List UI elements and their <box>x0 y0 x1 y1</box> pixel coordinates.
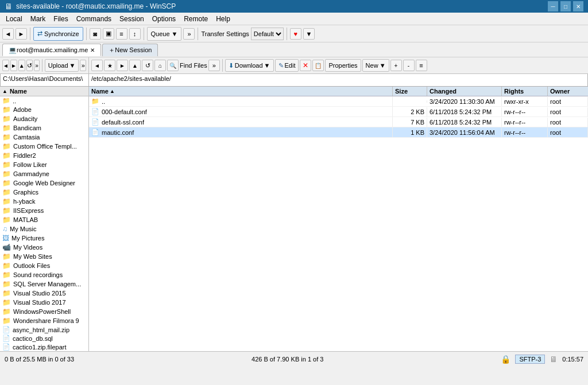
remote-find[interactable]: 🔍 <box>167 60 179 71</box>
tab-session1[interactable]: 💻 root@mautic.xmailing.me ✕ <box>2 44 101 56</box>
transfer-settings-select[interactable]: Default <box>251 28 284 40</box>
tab1-close[interactable]: ✕ <box>90 47 95 53</box>
table-row[interactable]: 📁 .. 3/24/2020 11:30:30 AM rwxr-xr-x roo… <box>89 96 588 107</box>
menu-mark[interactable]: Mark <box>27 14 49 24</box>
table-row[interactable]: 📄 mautic.conf 1 KB 3/24/2020 11:56:04 AM… <box>89 127 588 138</box>
table-row[interactable]: 📄 000-default.conf 2 KB 6/11/2018 5:24:3… <box>89 107 588 117</box>
menu-options[interactable]: Options <box>149 14 179 24</box>
bookmark-button[interactable]: ♥ <box>290 28 301 40</box>
header-rights[interactable]: Rights <box>502 87 548 96</box>
item-name: Graphics <box>13 189 38 196</box>
menu-commands[interactable]: Commands <box>73 14 115 24</box>
remote-home[interactable]: ⌂ <box>154 60 166 71</box>
item-name: Outlook Files <box>13 262 50 269</box>
tab1-icon: 💻 <box>9 46 17 54</box>
local-forward[interactable]: ► <box>10 60 17 71</box>
header-name[interactable]: Name ▲ <box>89 87 393 96</box>
queue-button[interactable]: Queue ▼ <box>147 27 182 41</box>
list-item[interactable]: 📁 Adobe <box>0 105 88 114</box>
list-item[interactable]: 📁 MATLAB <box>0 215 88 224</box>
properties-button[interactable]: Properties <box>325 59 361 72</box>
local-column-header[interactable]: ▲ Name <box>0 87 88 96</box>
list-item[interactable]: 📹 My Videos <box>0 243 88 252</box>
list-item[interactable]: 📁 IISExpress <box>0 206 88 215</box>
remote-bookmark[interactable]: ★ <box>104 60 115 71</box>
row-owner: root <box>548 107 588 116</box>
back-button[interactable]: ◄ <box>2 28 14 40</box>
list-item[interactable]: 📁 Wondershare Filmora 9 <box>0 316 88 325</box>
nav-btn-4[interactable]: ↕ <box>129 28 141 40</box>
local-back[interactable]: ◄ <box>2 60 9 71</box>
menu-help[interactable]: Help <box>212 14 234 24</box>
nav-btn-3[interactable]: ≡ <box>116 28 127 40</box>
remote-refresh[interactable]: ↺ <box>142 60 153 71</box>
upload-button[interactable]: Upload ▼ <box>45 59 79 72</box>
menu-session[interactable]: Session <box>116 14 148 24</box>
local-up[interactable]: ▲ <box>18 60 25 71</box>
menu-remote[interactable]: Remote <box>180 14 211 24</box>
remote-more2[interactable]: ≡ <box>416 60 427 71</box>
local-more[interactable]: » <box>34 60 40 71</box>
remote-collapse[interactable]: - <box>403 60 415 71</box>
list-item[interactable]: 📄 cactico_db.sql <box>0 334 88 343</box>
remote-more1[interactable]: » <box>208 60 220 71</box>
new-button[interactable]: New ▼ <box>362 59 389 72</box>
list-item[interactable]: 📄 async_html_mail.zip <box>0 325 88 334</box>
remote-back[interactable]: ◄ <box>91 60 103 71</box>
local-more2[interactable]: » <box>80 60 86 71</box>
settings-arrow[interactable]: ▼ <box>303 28 315 40</box>
remote-forward[interactable]: ► <box>117 60 128 71</box>
download-button[interactable]: ⬇ Download ▼ <box>225 59 274 72</box>
delete-button[interactable]: ✕ <box>300 60 311 71</box>
menu-files[interactable]: Files <box>50 14 71 24</box>
list-item[interactable]: 📁 Gammadyne <box>0 169 88 178</box>
local-refresh[interactable]: ↺ <box>26 60 33 71</box>
remote-btn2[interactable]: 📋 <box>312 60 324 71</box>
local-address-bar[interactable]: C:\Users\Hasan\Documents\ <box>0 74 89 87</box>
find-files-label: Find Files <box>180 62 207 69</box>
list-item[interactable]: 📁 My Web Sites <box>0 252 88 261</box>
table-row[interactable]: 📄 default-ssl.conf 7 KB 6/11/2018 5:24:3… <box>89 117 588 127</box>
list-item[interactable]: 📁 Bandicam <box>0 123 88 133</box>
list-item[interactable]: 📁 .. <box>0 96 88 105</box>
header-owner[interactable]: Owner <box>548 87 588 96</box>
list-item[interactable]: 📁 Audacity <box>0 114 88 123</box>
remote-expand[interactable]: + <box>390 60 402 71</box>
header-size[interactable]: Size <box>393 87 427 96</box>
list-item[interactable]: 📁 Custom Office Templ... <box>0 142 88 151</box>
list-item[interactable]: 📁 Visual Studio 2017 <box>0 298 88 307</box>
nav-btn-1[interactable]: ◙ <box>90 28 101 40</box>
list-item[interactable]: 📁 Follow Liker <box>0 160 88 169</box>
synchronize-button[interactable]: ⇄ Synchronize <box>33 27 83 41</box>
queue-more[interactable]: » <box>183 28 195 40</box>
minimize-button[interactable]: ─ <box>548 1 558 11</box>
list-item[interactable]: 📁 Graphics <box>0 188 88 197</box>
list-item[interactable]: 📁 Outlook Files <box>0 261 88 270</box>
remote-up[interactable]: ▲ <box>129 60 141 71</box>
list-item[interactable]: 🖼 My Pictures <box>0 234 88 243</box>
row-changed: 6/11/2018 5:24:32 PM <box>427 118 502 127</box>
list-item[interactable]: 📁 Visual Studio 2015 <box>0 289 88 298</box>
folder-icon: 📁 <box>2 188 11 196</box>
list-item[interactable]: 📁 SQL Server Managem... <box>0 279 88 289</box>
list-item[interactable]: 📁 Sound recordings <box>0 270 88 279</box>
header-changed[interactable]: Changed <box>427 87 502 96</box>
list-item[interactable]: 📄 cactico1.zip.filepart <box>0 343 88 351</box>
remote-address-bar[interactable]: /etc/apache2/sites-available/ <box>89 74 588 87</box>
maximize-button[interactable]: □ <box>560 1 571 11</box>
close-button[interactable]: ✕ <box>573 1 583 11</box>
folder-icon: 📁 <box>2 262 11 270</box>
edit-button[interactable]: ✎ Edit <box>275 59 299 72</box>
list-item[interactable]: ♫ My Music <box>0 224 88 234</box>
forward-button[interactable]: ► <box>16 28 27 40</box>
tab-new-session[interactable]: ＋ New Session <box>102 44 158 56</box>
list-item[interactable]: 📁 WindowsPowerShell <box>0 307 88 316</box>
menu-local[interactable]: Local <box>2 14 26 24</box>
list-item[interactable]: 📁 Camtasia <box>0 133 88 142</box>
remote-file-list[interactable]: 📁 .. 3/24/2020 11:30:30 AM rwxr-xr-x roo… <box>89 96 588 351</box>
list-item[interactable]: 📁 Fiddler2 <box>0 151 88 160</box>
list-item[interactable]: 📁 h-yback <box>0 197 88 206</box>
local-file-list[interactable]: 📁 .. 📁 Adobe 📁 Audacity 📁 Bandicam 📁 Cam… <box>0 96 88 351</box>
nav-btn-2[interactable]: ▣ <box>103 28 114 40</box>
list-item[interactable]: 📁 Google Web Designer <box>0 178 88 188</box>
